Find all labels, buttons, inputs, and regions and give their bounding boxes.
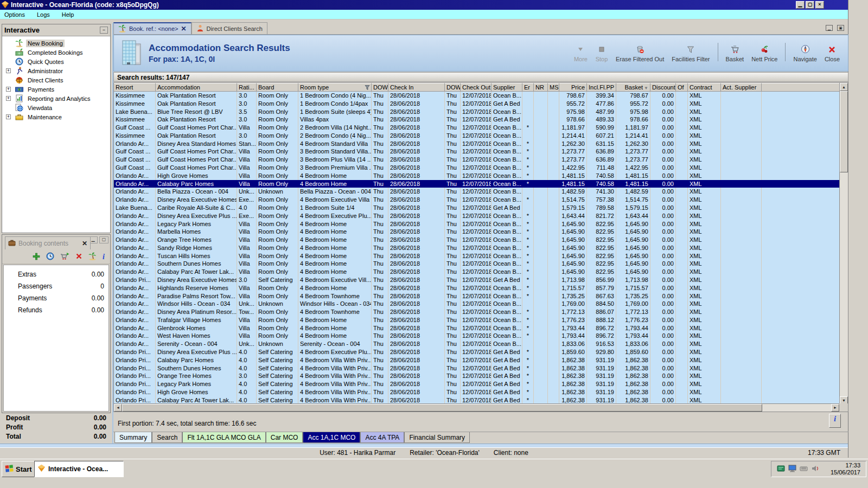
panel-maximize-button[interactable]: ▢ [99,236,108,243]
table-row[interactable]: Orlando Ar...Paradise Palms Resort Tow..… [114,292,839,300]
palm-tree-icon[interactable] [88,252,97,261]
navigate-button[interactable]: Navigate [790,43,819,63]
maximize-button[interactable]: ▢ [806,1,814,9]
erase-filtered-out-button[interactable]: Erase Filtered Out [613,43,667,63]
column-header-price[interactable]: Price [559,83,587,92]
sidebar-item-maintenance[interactable]: +Maintenance [2,112,110,121]
scroll-left-icon[interactable]: ◄ [114,404,122,412]
table-row[interactable]: KissimmeeOak Plantation Resort3.0Room On… [114,115,839,124]
mdi-restore-icon[interactable]: ▣ [837,25,844,31]
column-header-ms[interactable]: MS [548,83,559,92]
column-header-check-out[interactable]: Check Out [461,83,492,92]
table-row[interactable]: Orlando Ar...Disney Area Standard HomesS… [114,140,839,148]
close-tab-icon[interactable]: ✕ [181,25,187,33]
table-row[interactable]: Orlando Ar...Calabay Parc HomesVillaRoom… [114,180,839,188]
table-row[interactable]: Orlando Ar...Bella Piazza - Ocean - 004U… [114,188,839,196]
table-row[interactable]: KissimmeeOak Plantation Resort3.0Room On… [114,92,839,100]
column-header-accommodation[interactable]: Accommodation [156,83,237,92]
bottom-tab-acc-4a-tpa[interactable]: Acc 4A TPA [360,432,404,443]
column-header-dow[interactable]: DOW [445,83,461,92]
bottom-tab-financial-summary[interactable]: Financial Summary [404,432,470,443]
facilities-filter-button[interactable]: Facilities Filter [669,44,712,63]
column-header-act-supplier[interactable]: Act. Supplier [721,83,762,92]
sidebar-item-payments[interactable]: +$Payments [2,85,110,94]
column-header-resort[interactable]: Resort [114,83,156,92]
table-row[interactable]: Lake Buena...Blue Tree Resort @ LBV3.5Ro… [114,108,839,116]
column-header-rati[interactable]: Rati... [237,83,257,92]
bottom-tab-search[interactable]: Search [152,432,182,443]
doc-tab-direct-clients-search[interactable]: Direct Clients Search [192,22,267,34]
expand-icon[interactable]: + [6,114,11,119]
bottom-tab-acc-1a-1c-mco[interactable]: Acc 1A,1C MCO [303,432,360,443]
close-icon[interactable]: ✕ [82,240,87,247]
close-button[interactable]: × [815,1,824,9]
sidebar-item-quick-quotes[interactable]: Quick Quotes [2,57,110,66]
table-row[interactable]: Orlando Ar...Serenity - Ocean - 004Unk..… [114,340,839,348]
tray-icon[interactable] [811,465,819,473]
table-row[interactable]: Gulf Coast ...Gulf Coast Homes Port Char… [114,164,839,172]
table-row[interactable]: Orlando Ar...Windsor Hills - Ocean - 034… [114,300,839,308]
column-header-er[interactable]: Er [522,83,534,92]
table-row[interactable]: Orlando Ar...Sandy Ridge HomesVillaRoom … [114,244,839,252]
table-row[interactable]: Orlando Pri...Disney Area Executive Home… [114,276,839,284]
table-row[interactable]: Orlando Ar...Disney Area Executive Homes… [114,196,839,204]
menu-help[interactable]: Help [62,11,74,18]
close-button[interactable]: Close [822,44,843,63]
doc-tab-book-ref-none[interactable]: Book. ref.: <none>✕ [113,22,192,34]
table-row[interactable]: KissimmeeOak Plantation Resort3.0Room On… [114,132,839,140]
column-header-discount[interactable]: Discount [650,83,676,92]
sidebar-item-administrator[interactable]: +Administrator [2,66,110,75]
basket-go-icon[interactable] [60,252,69,261]
add-item-icon[interactable] [33,253,40,261]
table-row[interactable]: Orlando Ar...Orange Tree HomesVillaRoom … [114,236,839,244]
column-header-nr[interactable]: NR [534,83,548,92]
table-row[interactable]: KissimmeeOak Plantation Resort3.0Room On… [114,100,839,108]
tray-icon[interactable] [800,465,808,473]
sidebar-item-viewdata[interactable]: Viewdata [2,103,110,112]
table-row[interactable]: Orlando Ar...Highlands Reserve HomesVill… [114,284,839,292]
table-row[interactable]: Orlando Pri...Calabay Parc Homes4.0Self … [114,356,839,364]
table-row[interactable]: Orlando Ar...Tuscan Hills HomesVillaRoom… [114,252,839,260]
table-row[interactable]: Orlando Pri...Orange Tree Homes3.0Self C… [114,372,839,380]
quote-icon[interactable] [46,252,54,261]
menu-options[interactable]: Options [4,11,25,18]
info-button[interactable]: i [829,414,841,428]
expand-icon[interactable]: + [6,96,11,101]
bottom-tab-flt-1a-1c-gla-mco-gla[interactable]: Flt 1A,1C GLA MCO GLA [182,432,265,443]
table-row[interactable]: Orlando Pri...Southern Dunes Homes4.0Sel… [114,364,839,373]
table-row[interactable]: Orlando Ar...Southern Dunes HomesVillaRo… [114,260,839,268]
tray-icon[interactable] [777,465,785,473]
column-header-of[interactable]: Of [676,83,688,92]
column-header-check-in[interactable]: Check In [388,83,445,92]
booking-contents-tab[interactable]: Booking contents ✕ [5,236,91,249]
column-header-room-type[interactable]: Room type [298,83,372,92]
filter-icon[interactable] [365,85,370,92]
table-row[interactable]: Orlando Pri...Legacy Park Homes4.0Self C… [114,380,839,388]
column-header-contract[interactable]: Contract [688,83,721,92]
sidebar-item-reporting-and-analytics[interactable]: +Reporting and Analytics [2,94,110,103]
expand-icon[interactable]: + [6,87,11,92]
sidebar-item-completed-bookings[interactable]: Completed Bookings [2,48,110,57]
info-icon[interactable]: i [103,253,105,261]
menu-logs[interactable]: Logs [37,11,50,18]
nett-price-button[interactable]: Nett Price [749,44,780,63]
horizontal-scroll-thumb[interactable] [122,404,762,412]
vertical-scroll-thumb[interactable] [840,91,848,172]
table-row[interactable]: Orlando Ar...Trafalgar Village HomesVill… [114,316,839,324]
taskbar-task-button[interactable]: Interactive - Ocea... [34,461,124,477]
expand-icon[interactable]: + [6,68,11,73]
table-row[interactable]: Orlando Ar...Legacy Park HomesVillaRoom … [114,220,839,228]
table-row[interactable]: Orlando Pri...Disney Area Executive Plus… [114,348,839,356]
table-row[interactable]: Orlando Ar...High Grove HomesVillaRoom O… [114,172,839,180]
bottom-tab-car-mco[interactable]: Car MCO [266,432,303,443]
table-row[interactable]: Orlando Ar...Calabay Parc At Tower Lak..… [114,268,839,276]
table-row[interactable]: Gulf Coast ...Gulf Coast Homes Port Char… [114,156,839,164]
mdi-minimize-icon[interactable]: ▁ [826,25,833,31]
scroll-right-icon[interactable]: ► [831,404,839,412]
table-row[interactable]: Lake Buena...Caribe Royale All-Suite & C… [114,204,839,212]
sidebar-item-new-booking[interactable]: New Booking [2,38,110,48]
sidebar-item-direct-clients[interactable]: Direct Clients [2,75,110,85]
column-header-basket[interactable]: Basket▼ [616,83,650,92]
table-row[interactable]: Orlando Ar...Disney Area Platinum Resor.… [114,308,839,316]
collapse-panel-button[interactable]: − [100,27,108,34]
